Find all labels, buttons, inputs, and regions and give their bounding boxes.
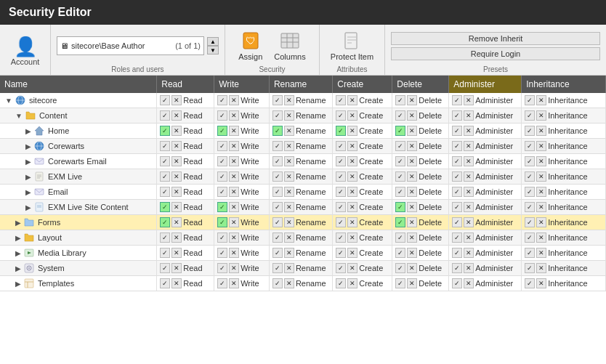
delete-4-cross[interactable]: ✕ <box>407 156 417 166</box>
inheritance-cross-2[interactable]: ✕ <box>536 126 546 136</box>
administer-cross-2[interactable]: ✕ <box>464 126 474 136</box>
write-9-check[interactable]: ✓ <box>217 232 227 243</box>
rename-6-check[interactable]: ✓ <box>272 187 283 197</box>
create-3-cross[interactable]: ✕ <box>347 141 357 151</box>
rename-0-check[interactable]: ✓ <box>272 95 283 105</box>
delete-5-check[interactable]: ✓ <box>395 171 405 182</box>
create-2-cross[interactable]: ✕ <box>347 126 357 136</box>
tree-toggle-11[interactable]: ▶ <box>15 264 21 272</box>
administer-check-5[interactable]: ✓ <box>452 171 462 182</box>
tree-toggle-12[interactable]: ▶ <box>15 280 21 288</box>
inheritance-cross-4[interactable]: ✕ <box>536 156 546 166</box>
read-8-cross[interactable]: ✕ <box>171 217 182 227</box>
rename-5-cross[interactable]: ✕ <box>284 171 294 182</box>
read-0-check[interactable]: ✓ <box>160 95 170 105</box>
read-10-cross[interactable]: ✕ <box>171 248 182 258</box>
inheritance-check-6[interactable]: ✓ <box>525 187 535 197</box>
rename-4-cross[interactable]: ✕ <box>284 156 294 166</box>
read-11-check[interactable]: ✓ <box>160 263 170 273</box>
inheritance-check-8[interactable]: ✓ <box>525 217 535 227</box>
rename-2-check[interactable]: ✓ <box>272 126 283 136</box>
read-10-check[interactable]: ✓ <box>160 248 170 258</box>
inheritance-check-2[interactable]: ✓ <box>525 126 535 136</box>
read-7-check[interactable]: ✓ <box>160 202 170 212</box>
create-4-cross[interactable]: ✕ <box>347 156 357 166</box>
administer-cross-0[interactable]: ✕ <box>464 95 474 105</box>
create-8-cross[interactable]: ✕ <box>347 217 357 227</box>
columns-button[interactable]: Columns <box>270 29 310 62</box>
administer-cross-12[interactable]: ✕ <box>464 278 474 288</box>
administer-check-9[interactable]: ✓ <box>452 232 462 243</box>
administer-cross-9[interactable]: ✕ <box>464 232 474 243</box>
inheritance-check-9[interactable]: ✓ <box>525 232 535 243</box>
delete-1-check[interactable]: ✓ <box>395 110 405 121</box>
tree-toggle-1[interactable]: ▼ <box>15 112 23 120</box>
read-2-cross[interactable]: ✕ <box>171 126 182 136</box>
read-5-check[interactable]: ✓ <box>160 171 170 182</box>
inheritance-check-12[interactable]: ✓ <box>525 278 535 288</box>
delete-6-cross[interactable]: ✕ <box>407 187 417 197</box>
administer-cross-3[interactable]: ✕ <box>464 141 474 151</box>
write-4-check[interactable]: ✓ <box>217 156 227 166</box>
inheritance-cross-9[interactable]: ✕ <box>536 232 546 243</box>
write-2-cross[interactable]: ✕ <box>229 126 239 136</box>
administer-check-0[interactable]: ✓ <box>452 95 462 105</box>
inheritance-check-3[interactable]: ✓ <box>525 141 535 151</box>
read-1-cross[interactable]: ✕ <box>171 110 182 121</box>
inheritance-cross-11[interactable]: ✕ <box>536 263 546 273</box>
write-9-cross[interactable]: ✕ <box>229 232 239 243</box>
tree-toggle-10[interactable]: ▶ <box>15 249 21 257</box>
inheritance-check-11[interactable]: ✓ <box>525 263 535 273</box>
inheritance-check-10[interactable]: ✓ <box>525 248 535 258</box>
read-2-check[interactable]: ✓ <box>160 126 170 136</box>
read-9-cross[interactable]: ✕ <box>171 232 182 243</box>
administer-cross-4[interactable]: ✕ <box>464 156 474 166</box>
tree-toggle-7[interactable]: ▶ <box>25 203 31 211</box>
administer-cross-10[interactable]: ✕ <box>464 248 474 258</box>
rename-11-check[interactable]: ✓ <box>272 263 283 273</box>
administer-cross-6[interactable]: ✕ <box>464 187 474 197</box>
write-5-cross[interactable]: ✕ <box>229 171 239 182</box>
delete-2-check[interactable]: ✓ <box>395 126 405 136</box>
rename-7-cross[interactable]: ✕ <box>284 202 294 212</box>
create-8-check[interactable]: ✓ <box>336 217 346 227</box>
write-7-cross[interactable]: ✕ <box>229 202 239 212</box>
write-1-cross[interactable]: ✕ <box>229 110 239 121</box>
administer-check-11[interactable]: ✓ <box>452 263 462 273</box>
inheritance-cross-7[interactable]: ✕ <box>536 202 546 212</box>
inheritance-check-0[interactable]: ✓ <box>525 95 535 105</box>
inheritance-cross-6[interactable]: ✕ <box>536 187 546 197</box>
delete-11-cross[interactable]: ✕ <box>407 263 417 273</box>
read-3-check[interactable]: ✓ <box>160 141 170 151</box>
read-3-cross[interactable]: ✕ <box>171 141 182 151</box>
rename-11-cross[interactable]: ✕ <box>284 263 294 273</box>
rename-10-check[interactable]: ✓ <box>272 248 283 258</box>
delete-11-check[interactable]: ✓ <box>395 263 405 273</box>
write-1-check[interactable]: ✓ <box>217 110 227 121</box>
write-11-cross[interactable]: ✕ <box>229 263 239 273</box>
administer-cross-7[interactable]: ✕ <box>464 202 474 212</box>
create-1-cross[interactable]: ✕ <box>347 110 357 121</box>
write-2-check[interactable]: ✓ <box>217 126 227 136</box>
create-9-check[interactable]: ✓ <box>336 232 346 243</box>
create-10-cross[interactable]: ✕ <box>347 248 357 258</box>
delete-7-check[interactable]: ✓ <box>395 202 405 212</box>
tree-toggle-2[interactable]: ▶ <box>25 127 31 135</box>
read-12-cross[interactable]: ✕ <box>171 278 182 288</box>
delete-12-cross[interactable]: ✕ <box>407 278 417 288</box>
delete-8-cross[interactable]: ✕ <box>407 217 417 227</box>
delete-8-check[interactable]: ✓ <box>395 217 405 227</box>
write-12-check[interactable]: ✓ <box>217 278 227 288</box>
rename-6-cross[interactable]: ✕ <box>284 187 294 197</box>
delete-7-cross[interactable]: ✕ <box>407 202 417 212</box>
inheritance-cross-5[interactable]: ✕ <box>536 171 546 182</box>
read-8-check[interactable]: ✓ <box>160 217 170 227</box>
write-8-cross[interactable]: ✕ <box>229 217 239 227</box>
write-3-cross[interactable]: ✕ <box>229 141 239 151</box>
delete-6-check[interactable]: ✓ <box>395 187 405 197</box>
rename-1-check[interactable]: ✓ <box>272 110 283 121</box>
create-0-cross[interactable]: ✕ <box>347 95 357 105</box>
administer-check-2[interactable]: ✓ <box>452 126 462 136</box>
write-8-check[interactable]: ✓ <box>217 217 227 227</box>
inheritance-cross-8[interactable]: ✕ <box>536 217 546 227</box>
